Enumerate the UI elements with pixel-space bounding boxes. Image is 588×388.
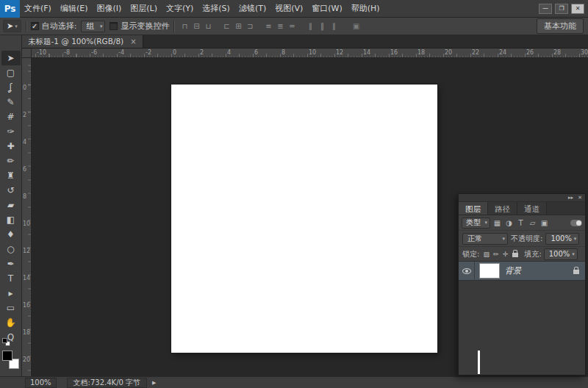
dodge-tool[interactable]: ○: [1, 242, 21, 256]
rectangular-marquee-tool[interactable]: ▢: [1, 65, 21, 80]
lasso-tool[interactable]: ʆ: [1, 80, 21, 95]
align-vertical-centers-button[interactable]: ⊟: [190, 22, 202, 30]
distribute-right-edges-button[interactable]: ∥: [328, 22, 340, 30]
distribute-vertical-centers-button[interactable]: ≣: [274, 22, 286, 30]
horizontal-ruler[interactable]: -10-8-6-4-2024681012141618202224262830: [22, 48, 588, 58]
maximize-button[interactable]: ❐: [555, 4, 568, 14]
vertical-ruler[interactable]: 02468101214161820: [22, 58, 32, 376]
ruler-origin-corner[interactable]: [22, 48, 32, 58]
panel-tab[interactable]: 路径: [488, 202, 517, 215]
opacity-dropdown[interactable]: 100% ▾: [545, 233, 579, 245]
lock-transparent-pixels-icon[interactable]: ▨: [481, 248, 491, 259]
collapse-panel-icon[interactable]: ▸▸: [568, 195, 573, 201]
clone-stamp-tool[interactable]: ♜: [1, 168, 21, 183]
menu-item[interactable]: 文件(F): [20, 0, 56, 18]
color-swatches: [2, 338, 21, 369]
spot-healing-brush-tool[interactable]: ✚: [1, 139, 21, 154]
layer-name[interactable]: 背景: [505, 265, 521, 276]
checkbox-checked-icon[interactable]: ✓: [31, 22, 39, 30]
layer-visibility-eye-icon[interactable]: [462, 268, 471, 274]
auto-select-label: 自动选择:: [42, 21, 77, 32]
menu-item[interactable]: 滤镜(T): [234, 0, 270, 18]
align-left-edges-button[interactable]: ⊏: [220, 22, 232, 30]
window-controls: — ❐ ✕: [539, 4, 588, 14]
filter-toggle-switch[interactable]: [570, 220, 582, 226]
layer-thumbnail[interactable]: [479, 263, 500, 279]
quick-selection-tool[interactable]: ✎: [1, 95, 21, 109]
brush-tool[interactable]: ✏: [1, 154, 21, 168]
zoom-level-field[interactable]: 100%: [25, 378, 57, 388]
tool-preset-picker[interactable]: ➤ ▾: [3, 20, 21, 32]
hand-tool[interactable]: ✋: [1, 315, 21, 330]
visibility-well[interactable]: [459, 262, 475, 281]
menu-item[interactable]: 窗口(W): [307, 0, 346, 18]
lock-label: 锁定:: [462, 249, 479, 259]
document-canvas[interactable]: [171, 85, 437, 353]
show-transform-controls-label: 显示变换控件: [121, 21, 169, 32]
blend-mode-dropdown[interactable]: 正常 ▾: [462, 233, 508, 245]
layers-panel: ▸▸ ✕ 图层路径通道 类型 ▾ ▦◑T▱▣ 正常 ▾ 不透明度: 100% ▾: [458, 193, 586, 376]
ruler-label: 24: [498, 49, 506, 56]
menu-item[interactable]: 选择(S): [198, 0, 234, 18]
move-tool[interactable]: ➤: [1, 51, 21, 65]
photoshop-logo-icon: Ps: [0, 0, 20, 18]
align-horizontal-centers-button[interactable]: ⊞: [232, 22, 244, 30]
rectangle-tool[interactable]: ▭: [1, 301, 21, 315]
show-transform-controls-checkbox[interactable]: 显示变换控件: [110, 21, 169, 32]
default-colors-icon[interactable]: [2, 338, 12, 347]
filter-type-dropdown[interactable]: 类型 ▾: [462, 218, 490, 229]
ruler-label: 18: [23, 329, 30, 336]
ruler-label: 14: [362, 49, 370, 56]
lock-all-icon[interactable]: [512, 253, 518, 257]
close-tab-icon[interactable]: ×: [130, 37, 136, 46]
align-right-edges-button[interactable]: ⊐: [244, 22, 256, 30]
filter-smart-objects-icon[interactable]: ▣: [539, 218, 550, 229]
fill-dropdown[interactable]: 100% ▾: [544, 248, 578, 260]
distribute-top-edges-button[interactable]: ≡: [262, 22, 274, 30]
distribute-bottom-edges-button[interactable]: =: [286, 22, 298, 30]
blend-mode-row: 正常 ▾ 不透明度: 100% ▾: [459, 231, 585, 247]
menu-item[interactable]: 帮助(H): [347, 0, 384, 18]
status-flyout-arrow-icon[interactable]: ▶: [149, 380, 159, 386]
pen-tool[interactable]: ✒: [1, 256, 21, 271]
panel-tab[interactable]: 通道: [517, 202, 547, 215]
close-button[interactable]: ✕: [571, 4, 584, 14]
foreground-color-swatch[interactable]: [2, 351, 12, 361]
menu-item[interactable]: 图层(L): [126, 0, 162, 18]
eraser-tool[interactable]: ▰: [1, 198, 21, 212]
auto-align-layers-button[interactable]: ▣: [350, 22, 362, 30]
align-bottom-edges-button[interactable]: ⊔: [202, 22, 214, 30]
document-tab[interactable]: 未标题-1 @ 100%(RGB/8) ×: [22, 35, 143, 48]
panel-close-icon[interactable]: ✕: [578, 195, 582, 201]
blur-tool[interactable]: ♦: [1, 227, 21, 242]
minimize-button[interactable]: —: [539, 4, 552, 14]
filter-type-layers-icon[interactable]: T: [515, 218, 526, 229]
filter-pixel-layers-icon[interactable]: ▦: [492, 218, 503, 229]
menu-item[interactable]: 编辑(E): [56, 0, 93, 18]
distribute-left-edges-button[interactable]: ∥: [304, 22, 316, 30]
opacity-label: 不透明度:: [511, 234, 542, 244]
checkbox-unchecked-icon[interactable]: [110, 22, 118, 30]
eyedropper-tool[interactable]: ✑: [1, 124, 21, 139]
menu-item[interactable]: 图像(I): [92, 0, 126, 18]
status-bar: 100% 文档:732.4K/0 字节 ▶: [0, 376, 588, 388]
auto-select-checkbox[interactable]: ✓ 自动选择:: [31, 21, 77, 32]
history-brush-tool[interactable]: ↺: [1, 183, 21, 198]
distribute-horizontal-centers-button[interactable]: ‖: [316, 22, 328, 30]
layer-row-background[interactable]: 背景: [459, 262, 585, 281]
menu-item[interactable]: 视图(V): [270, 0, 307, 18]
crop-tool[interactable]: #: [1, 109, 21, 124]
auto-select-target-dropdown[interactable]: 组 ▾: [81, 21, 105, 32]
gradient-tool[interactable]: ◧: [1, 212, 21, 227]
workspace-switcher-button[interactable]: 基本功能: [537, 18, 584, 34]
path-selection-tool[interactable]: ▸: [1, 286, 21, 301]
lock-image-pixels-icon[interactable]: ✏: [491, 248, 501, 259]
menu-item[interactable]: 文字(Y): [162, 0, 198, 18]
align-top-edges-button[interactable]: ⊓: [179, 22, 190, 30]
horizontal-type-tool[interactable]: T: [1, 271, 21, 286]
filter-adjustment-layers-icon[interactable]: ◑: [503, 218, 514, 229]
lock-position-icon[interactable]: ✛: [501, 248, 510, 259]
panel-tab[interactable]: 图层: [459, 202, 488, 215]
filter-shape-layers-icon[interactable]: ▱: [527, 218, 538, 229]
ruler-label: 8: [280, 49, 285, 56]
